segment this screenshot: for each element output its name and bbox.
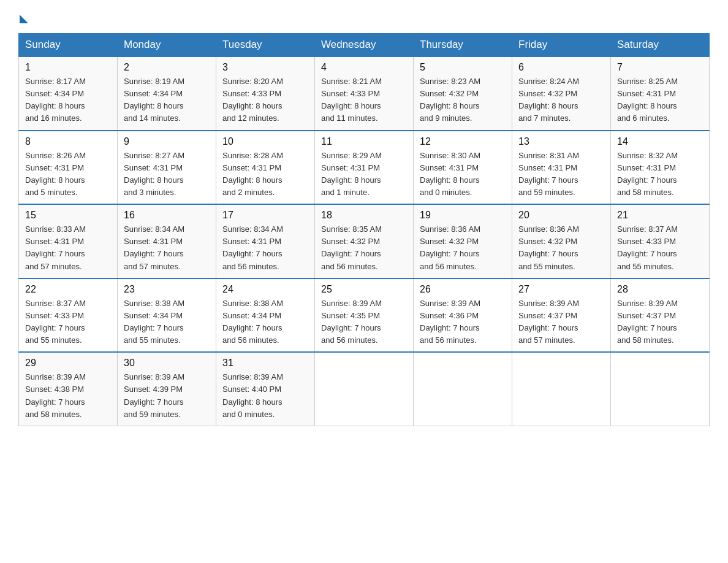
day-number: 15: [25, 210, 111, 221]
sunset-text: Sunset: 4:31 PM: [124, 163, 183, 172]
daylight-text: Daylight: 7 hours: [124, 397, 184, 407]
daylight-text: and 56 minutes.: [321, 262, 378, 271]
day-info: Sunrise: 8:39 AMSunset: 4:36 PMDaylight:…: [420, 297, 506, 347]
sunset-text: Sunset: 4:37 PM: [518, 311, 577, 320]
sunset-text: Sunset: 4:31 PM: [617, 163, 676, 172]
sunset-text: Sunset: 4:31 PM: [617, 89, 676, 98]
calendar-cell: 21Sunrise: 8:37 AMSunset: 4:33 PMDayligh…: [611, 204, 710, 278]
daylight-text: and 3 minutes.: [124, 188, 176, 197]
sunrise-text: Sunrise: 8:36 AM: [420, 224, 480, 234]
sunset-text: Sunset: 4:37 PM: [617, 311, 676, 320]
calendar-cell: 1Sunrise: 8:17 AMSunset: 4:34 PMDaylight…: [19, 56, 118, 131]
calendar-cell: 12Sunrise: 8:30 AMSunset: 4:31 PMDayligh…: [414, 131, 512, 205]
day-number: 9: [124, 136, 210, 147]
daylight-text: and 2 minutes.: [222, 188, 275, 197]
calendar-cell: 14Sunrise: 8:32 AMSunset: 4:31 PMDayligh…: [611, 131, 710, 205]
day-info: Sunrise: 8:39 AMSunset: 4:35 PMDaylight:…: [321, 297, 407, 347]
day-info: Sunrise: 8:36 AMSunset: 4:32 PMDaylight:…: [420, 223, 506, 273]
calendar-cell: 8Sunrise: 8:26 AMSunset: 4:31 PMDaylight…: [19, 131, 118, 205]
sunset-text: Sunset: 4:39 PM: [124, 385, 183, 394]
logo-triangle-icon: [20, 15, 28, 23]
calendar-cell: 5Sunrise: 8:23 AMSunset: 4:32 PMDaylight…: [414, 56, 512, 131]
sunset-text: Sunset: 4:35 PM: [321, 311, 380, 320]
logo: [18, 12, 28, 23]
day-number: 6: [518, 62, 604, 73]
calendar-cell: 10Sunrise: 8:28 AMSunset: 4:31 PMDayligh…: [216, 131, 315, 205]
day-number: 1: [25, 62, 111, 73]
header-day-tuesday: Tuesday: [216, 34, 315, 57]
day-number: 5: [420, 62, 506, 73]
day-info: Sunrise: 8:29 AMSunset: 4:31 PMDaylight:…: [321, 150, 407, 199]
daylight-text: and 57 minutes.: [25, 262, 82, 271]
day-info: Sunrise: 8:30 AMSunset: 4:31 PMDaylight:…: [420, 150, 506, 199]
sunrise-text: Sunrise: 8:32 AM: [617, 151, 678, 160]
sunset-text: Sunset: 4:32 PM: [518, 89, 577, 98]
sunset-text: Sunset: 4:40 PM: [222, 385, 281, 394]
daylight-text: Daylight: 8 hours: [420, 175, 480, 185]
day-number: 26: [420, 284, 506, 295]
sunrise-text: Sunrise: 8:39 AM: [25, 372, 86, 381]
sunrise-text: Sunrise: 8:39 AM: [321, 299, 382, 308]
daylight-text: Daylight: 8 hours: [222, 101, 282, 110]
day-number: 4: [321, 62, 407, 73]
daylight-text: and 14 minutes.: [124, 113, 181, 123]
day-info: Sunrise: 8:39 AMSunset: 4:37 PMDaylight:…: [617, 297, 703, 347]
sunrise-text: Sunrise: 8:39 AM: [124, 372, 184, 381]
calendar-cell: 29Sunrise: 8:39 AMSunset: 4:38 PMDayligh…: [19, 352, 118, 426]
sunrise-text: Sunrise: 8:31 AM: [518, 151, 579, 160]
daylight-text: Daylight: 8 hours: [124, 101, 184, 110]
sunrise-text: Sunrise: 8:39 AM: [222, 372, 283, 381]
calendar-week-row: 1Sunrise: 8:17 AMSunset: 4:34 PMDaylight…: [19, 56, 710, 131]
daylight-text: and 55 minutes.: [25, 335, 82, 345]
day-info: Sunrise: 8:36 AMSunset: 4:32 PMDaylight:…: [518, 223, 604, 273]
daylight-text: and 12 minutes.: [222, 113, 279, 123]
day-info: Sunrise: 8:26 AMSunset: 4:31 PMDaylight:…: [25, 150, 111, 199]
sunrise-text: Sunrise: 8:34 AM: [124, 224, 184, 234]
daylight-text: Daylight: 7 hours: [518, 175, 578, 185]
day-number: 2: [124, 62, 210, 73]
sunrise-text: Sunrise: 8:37 AM: [25, 299, 86, 308]
day-number: 8: [25, 136, 111, 147]
calendar-cell: 4Sunrise: 8:21 AMSunset: 4:33 PMDaylight…: [315, 56, 414, 131]
daylight-text: and 58 minutes.: [25, 410, 82, 419]
calendar-cell: 15Sunrise: 8:33 AMSunset: 4:31 PMDayligh…: [19, 204, 118, 278]
daylight-text: Daylight: 7 hours: [617, 323, 677, 332]
sunrise-text: Sunrise: 8:24 AM: [518, 77, 579, 86]
sunrise-text: Sunrise: 8:39 AM: [420, 299, 480, 308]
sunset-text: Sunset: 4:34 PM: [222, 311, 281, 320]
daylight-text: and 56 minutes.: [222, 262, 279, 271]
sunrise-text: Sunrise: 8:39 AM: [518, 299, 579, 308]
sunset-text: Sunset: 4:34 PM: [124, 89, 183, 98]
calendar-cell: [315, 352, 414, 426]
calendar-cell: [611, 352, 710, 426]
day-number: 19: [420, 210, 506, 221]
daylight-text: and 58 minutes.: [617, 335, 674, 345]
calendar-cell: 31Sunrise: 8:39 AMSunset: 4:40 PMDayligh…: [216, 352, 315, 426]
daylight-text: Daylight: 8 hours: [518, 101, 578, 110]
sunrise-text: Sunrise: 8:28 AM: [222, 151, 283, 160]
sunrise-text: Sunrise: 8:36 AM: [518, 224, 579, 234]
day-number: 16: [124, 210, 210, 221]
day-number: 13: [518, 136, 604, 147]
day-info: Sunrise: 8:38 AMSunset: 4:34 PMDaylight:…: [222, 297, 308, 347]
day-number: 28: [617, 284, 703, 295]
calendar-cell: 19Sunrise: 8:36 AMSunset: 4:32 PMDayligh…: [414, 204, 512, 278]
daylight-text: and 1 minute.: [321, 188, 370, 197]
day-number: 29: [25, 358, 111, 369]
daylight-text: Daylight: 7 hours: [25, 397, 85, 407]
day-info: Sunrise: 8:34 AMSunset: 4:31 PMDaylight:…: [222, 223, 308, 273]
calendar-cell: 20Sunrise: 8:36 AMSunset: 4:32 PMDayligh…: [512, 204, 611, 278]
daylight-text: and 57 minutes.: [124, 262, 181, 271]
sunset-text: Sunset: 4:31 PM: [25, 237, 84, 246]
sunset-text: Sunset: 4:33 PM: [617, 237, 676, 246]
calendar-cell: 28Sunrise: 8:39 AMSunset: 4:37 PMDayligh…: [611, 278, 710, 353]
calendar-cell: 6Sunrise: 8:24 AMSunset: 4:32 PMDaylight…: [512, 56, 611, 131]
day-info: Sunrise: 8:31 AMSunset: 4:31 PMDaylight:…: [518, 150, 604, 199]
daylight-text: Daylight: 7 hours: [617, 249, 677, 258]
daylight-text: and 59 minutes.: [518, 188, 575, 197]
daylight-text: Daylight: 7 hours: [25, 249, 85, 258]
header-day-friday: Friday: [512, 34, 611, 57]
day-number: 20: [518, 210, 604, 221]
calendar-cell: 17Sunrise: 8:34 AMSunset: 4:31 PMDayligh…: [216, 204, 315, 278]
sunrise-text: Sunrise: 8:17 AM: [25, 77, 86, 86]
